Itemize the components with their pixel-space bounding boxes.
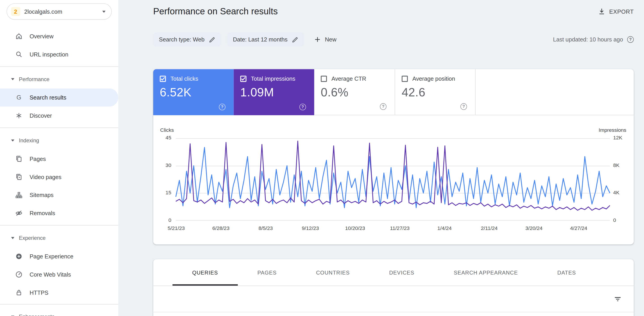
export-button[interactable]: EXPORT bbox=[598, 8, 634, 15]
impressions-line bbox=[176, 141, 610, 210]
sidebar-item-https[interactable]: HTTPS bbox=[0, 283, 118, 302]
section-label: Enhancements bbox=[19, 313, 54, 316]
home-icon bbox=[15, 32, 23, 40]
tiles-filler bbox=[475, 69, 634, 115]
right-axis-title: Impressions bbox=[598, 127, 626, 133]
sidebar-item-core-web-vitals[interactable]: Core Web Vitals bbox=[0, 265, 118, 283]
help-icon[interactable]: ? bbox=[627, 36, 634, 43]
sidebar-item-pages[interactable]: Pages bbox=[0, 150, 118, 168]
total-impressions-tile[interactable]: Total impressions 1.09M ? bbox=[234, 69, 314, 115]
chip-label: Date: Last 12 months bbox=[233, 36, 288, 43]
average-position-tile[interactable]: Average position 42.6 ? bbox=[394, 69, 475, 115]
tile-label: Average position bbox=[412, 75, 455, 82]
left-tick: 45 bbox=[153, 135, 171, 141]
new-filter-button[interactable]: New bbox=[314, 36, 336, 43]
page-header: Performance on Search results EXPORT bbox=[153, 0, 634, 17]
help-icon[interactable]: ? bbox=[460, 103, 467, 110]
sidebar-item-page-experience[interactable]: Page Experience bbox=[0, 247, 118, 265]
sidebar-item-removals[interactable]: Removals bbox=[0, 204, 118, 222]
date-range-chip[interactable]: Date: Last 12 months bbox=[227, 33, 304, 46]
tile-label: Total impressions bbox=[251, 75, 296, 82]
x-tick: 11/27/23 bbox=[390, 225, 410, 231]
help-icon[interactable]: ? bbox=[219, 104, 226, 110]
speedometer-icon bbox=[15, 270, 23, 279]
sidebar-item-label: Removals bbox=[30, 210, 55, 216]
sidebar: 2 2localgals.com Overview URL inspection bbox=[0, 0, 118, 316]
tile-value: 1.09M bbox=[240, 86, 308, 99]
sidebar-item-label: Pages bbox=[30, 155, 46, 162]
x-tick: 8/5/23 bbox=[258, 225, 273, 231]
tile-label: Average CTR bbox=[332, 75, 366, 82]
sidebar-item-sitemaps[interactable]: Sitemaps bbox=[0, 186, 118, 204]
sidebar-item-search-results[interactable]: G Search results bbox=[0, 89, 118, 107]
x-tick: 3/20/24 bbox=[526, 225, 543, 231]
tile-label: Total clicks bbox=[170, 75, 198, 82]
pencil-icon bbox=[292, 36, 298, 43]
tab-countries[interactable]: COUNTRIES bbox=[296, 259, 370, 286]
property-favicon: 2 bbox=[11, 7, 20, 16]
chevron-down-icon bbox=[102, 11, 106, 13]
tab-devices[interactable]: DEVICES bbox=[370, 259, 434, 286]
checked-checkbox[interactable] bbox=[160, 76, 166, 82]
section-label: Performance bbox=[19, 76, 50, 82]
filter-chips: Search type: Web Date: Last 12 months N bbox=[153, 33, 336, 46]
filter-list-icon[interactable] bbox=[614, 295, 622, 302]
tab-pages[interactable]: PAGES bbox=[238, 259, 296, 286]
section-collapse-icon bbox=[11, 237, 14, 239]
sitemaps-tree-icon bbox=[15, 191, 23, 199]
help-icon[interactable]: ? bbox=[300, 104, 306, 110]
tile-value: 0.6% bbox=[321, 86, 388, 99]
filters-row: Search type: Web Date: Last 12 months N bbox=[153, 32, 634, 47]
tile-value: 42.6 bbox=[402, 86, 469, 99]
tab-queries[interactable]: QUERIES bbox=[172, 259, 238, 286]
checked-checkbox[interactable] bbox=[240, 76, 246, 82]
sidebar-item-url-inspection[interactable]: URL inspection bbox=[0, 45, 118, 63]
export-label: EXPORT bbox=[609, 8, 634, 15]
left-tick: 30 bbox=[153, 163, 171, 168]
help-icon[interactable]: ? bbox=[380, 103, 386, 110]
sidebar-section-indexing[interactable]: Indexing bbox=[0, 131, 118, 150]
tab-dates[interactable]: DATES bbox=[538, 259, 596, 286]
section-label: Indexing bbox=[19, 137, 39, 143]
unchecked-checkbox[interactable] bbox=[402, 76, 408, 82]
total-clicks-tile[interactable]: Total clicks 6.52K ? bbox=[153, 69, 234, 115]
left-tick: 15 bbox=[153, 190, 171, 196]
download-icon bbox=[598, 8, 606, 15]
x-tick: 1/4/24 bbox=[437, 225, 452, 231]
page-title: Performance on Search results bbox=[153, 6, 278, 17]
sidebar-section-experience[interactable]: Experience bbox=[0, 228, 118, 247]
last-updated-text: Last updated: 10 hours ago bbox=[553, 36, 623, 43]
plot-area bbox=[176, 138, 610, 221]
search-type-chip[interactable]: Search type: Web bbox=[153, 33, 221, 46]
tab-search-appearance[interactable]: SEARCH APPEARANCE bbox=[434, 259, 538, 286]
section-collapse-icon bbox=[11, 78, 14, 80]
right-tick: 0 bbox=[613, 217, 633, 223]
dimension-tabs: QUERIES PAGES COUNTRIES DEVICES SEARCH A… bbox=[153, 259, 634, 286]
sidebar-item-overview[interactable]: Overview bbox=[0, 27, 118, 45]
average-ctr-tile[interactable]: Average CTR 0.6% ? bbox=[314, 69, 395, 115]
right-tick: 4K bbox=[613, 190, 633, 196]
right-tick: 8K bbox=[613, 163, 633, 168]
plus-icon bbox=[314, 36, 321, 43]
performance-card: Total clicks 6.52K ? Total impressions 1… bbox=[153, 69, 634, 244]
sidebar-item-label: Discover bbox=[30, 112, 52, 119]
new-filter-label: New bbox=[325, 36, 336, 43]
page-experience-icon bbox=[15, 252, 23, 261]
unchecked-checkbox[interactable] bbox=[321, 76, 327, 82]
sidebar-section-enhancements[interactable]: Enhancements bbox=[0, 307, 118, 316]
property-selector[interactable]: 2 2localgals.com bbox=[6, 3, 112, 20]
sidebar-item-label: Core Web Vitals bbox=[30, 271, 71, 278]
table-toolbar bbox=[153, 286, 634, 312]
sidebar-item-video-pages[interactable]: Video pages bbox=[0, 168, 118, 186]
chart-lines-svg bbox=[176, 138, 610, 221]
sidebar-item-label: Search results bbox=[30, 94, 66, 101]
sidebar-item-discover[interactable]: Discover bbox=[0, 107, 118, 125]
sidebar-section-performance[interactable]: Performance bbox=[0, 69, 118, 88]
google-g-icon: G bbox=[15, 93, 23, 102]
main-content: Performance on Search results EXPORT Sea… bbox=[118, 0, 644, 316]
x-tick: 2/11/24 bbox=[481, 225, 498, 231]
metric-tiles: Total clicks 6.52K ? Total impressions 1… bbox=[153, 69, 634, 115]
performance-chart: Clicks Impressions 45 30 15 0 12K 8K 4K … bbox=[153, 115, 634, 244]
x-tick: 10/20/23 bbox=[345, 225, 365, 231]
sidebar-item-label: Page Experience bbox=[30, 253, 73, 259]
